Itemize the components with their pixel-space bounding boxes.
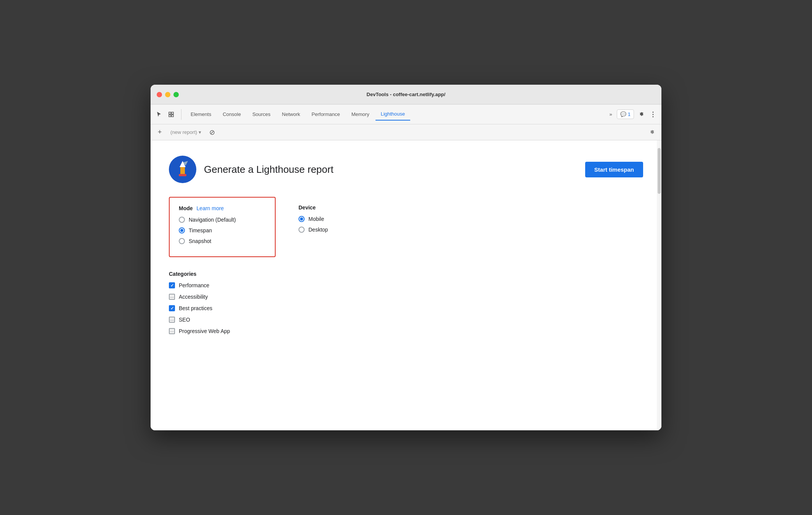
svg-rect-1 — [172, 112, 173, 114]
maximize-button[interactable] — [173, 92, 179, 97]
dropdown-arrow: ▾ — [199, 129, 201, 135]
tab-memory[interactable]: Memory — [346, 108, 375, 120]
mode-timespan-radio[interactable] — [179, 227, 185, 233]
mode-section: Mode Learn more Navigation (Default) Tim… — [169, 197, 276, 257]
window-title: DevTools - coffee-cart.netlify.app/ — [367, 92, 446, 97]
more-options-icon[interactable] — [648, 109, 658, 120]
mode-timespan-option[interactable]: Timespan — [179, 227, 266, 233]
tab-bar-right: » 💬 1 — [607, 109, 658, 120]
page-title: Generate a Lighthouse report — [204, 164, 334, 175]
category-best-practices-option[interactable]: Best practices — [169, 305, 643, 311]
tab-lighthouse[interactable]: Lighthouse — [376, 108, 411, 121]
devtools-window: DevTools - coffee-cart.netlify.app/ Elem… — [151, 85, 661, 430]
tab-console[interactable]: Console — [217, 108, 246, 120]
svg-point-5 — [653, 114, 654, 115]
learn-more-link[interactable]: Learn more — [197, 205, 224, 211]
mode-timespan-label: Timespan — [189, 227, 212, 233]
svg-rect-0 — [169, 112, 171, 114]
svg-rect-10 — [179, 174, 186, 176]
report-name: (new report) — [170, 129, 197, 135]
settings-icon[interactable] — [635, 109, 646, 120]
header-section: Generate a Lighthouse report Start times… — [169, 156, 643, 183]
device-desktop-radio[interactable] — [298, 227, 305, 233]
minimize-button[interactable] — [165, 92, 170, 97]
tab-bar: Elements Console Sources Network Perform… — [151, 105, 661, 124]
mode-navigation-radio[interactable] — [179, 217, 185, 223]
close-button[interactable] — [157, 92, 162, 97]
traffic-lights — [157, 92, 179, 97]
categories-section: Categories Performance Accessibility Bes… — [169, 271, 643, 334]
start-timespan-button[interactable]: Start timespan — [585, 162, 643, 177]
category-accessibility-option[interactable]: Accessibility — [169, 294, 643, 300]
report-dropdown[interactable]: (new report) ▾ — [167, 128, 204, 137]
chat-icon: 💬 — [620, 111, 626, 117]
category-accessibility-label: Accessibility — [179, 294, 208, 300]
svg-rect-2 — [169, 115, 171, 117]
device-mobile-label: Mobile — [308, 216, 324, 222]
categories-title: Categories — [169, 271, 643, 277]
category-pwa-checkbox[interactable] — [169, 328, 175, 334]
category-pwa-option[interactable]: Progressive Web App — [169, 328, 643, 334]
category-performance-label: Performance — [179, 282, 209, 288]
scrollbar-thumb[interactable] — [658, 148, 661, 194]
mode-device-row: Mode Learn more Navigation (Default) Tim… — [169, 197, 643, 257]
category-pwa-label: Progressive Web App — [179, 328, 230, 334]
more-tabs-button[interactable]: » — [607, 109, 615, 119]
devtools-icons — [154, 109, 181, 120]
category-best-practices-label: Best practices — [179, 305, 212, 311]
device-section: Device Mobile Desktop — [298, 197, 328, 257]
tab-elements[interactable]: Elements — [185, 108, 217, 120]
add-report-button[interactable]: + — [155, 128, 164, 137]
header-left: Generate a Lighthouse report — [169, 156, 334, 183]
category-accessibility-checkbox[interactable] — [169, 294, 175, 300]
sub-settings-icon[interactable] — [646, 127, 657, 138]
device-mobile-radio[interactable] — [298, 216, 305, 222]
sub-tab-right — [646, 127, 657, 138]
cursor-icon[interactable] — [154, 109, 164, 120]
mode-navigation-option[interactable]: Navigation (Default) — [179, 217, 266, 223]
category-seo-label: SEO — [179, 317, 190, 323]
mode-title: Mode Learn more — [179, 205, 266, 211]
mode-snapshot-radio[interactable] — [179, 238, 185, 244]
device-desktop-label: Desktop — [308, 227, 328, 233]
device-desktop-option[interactable]: Desktop — [298, 227, 328, 233]
svg-point-6 — [653, 116, 654, 117]
tab-sources[interactable]: Sources — [247, 108, 276, 120]
svg-rect-9 — [180, 167, 185, 174]
category-best-practices-checkbox[interactable] — [169, 305, 175, 311]
category-seo-checkbox[interactable] — [169, 317, 175, 323]
device-mobile-option[interactable]: Mobile — [298, 216, 328, 222]
mode-snapshot-option[interactable]: Snapshot — [179, 238, 266, 244]
mode-snapshot-label: Snapshot — [189, 238, 211, 244]
badge-count: 1 — [628, 111, 631, 117]
scrollbar-track[interactable] — [657, 140, 661, 430]
title-bar: DevTools - coffee-cart.netlify.app/ — [151, 85, 661, 105]
sub-tab-bar: + (new report) ▾ ⊘ — [151, 124, 661, 140]
category-seo-option[interactable]: SEO — [169, 317, 643, 323]
console-badge-button[interactable]: 💬 1 — [617, 109, 634, 119]
mode-navigation-label: Navigation (Default) — [189, 217, 236, 223]
category-performance-checkbox[interactable] — [169, 282, 175, 288]
svg-rect-3 — [172, 115, 173, 117]
tab-performance[interactable]: Performance — [306, 108, 345, 120]
svg-point-4 — [653, 111, 654, 113]
device-title: Device — [298, 204, 328, 211]
inspect-icon[interactable] — [166, 109, 177, 120]
lighthouse-logo — [169, 156, 196, 183]
tab-network[interactable]: Network — [277, 108, 306, 120]
delete-report-button[interactable]: ⊘ — [207, 128, 217, 137]
category-performance-option[interactable]: Performance — [169, 282, 643, 288]
main-content: Generate a Lighthouse report Start times… — [151, 140, 661, 430]
